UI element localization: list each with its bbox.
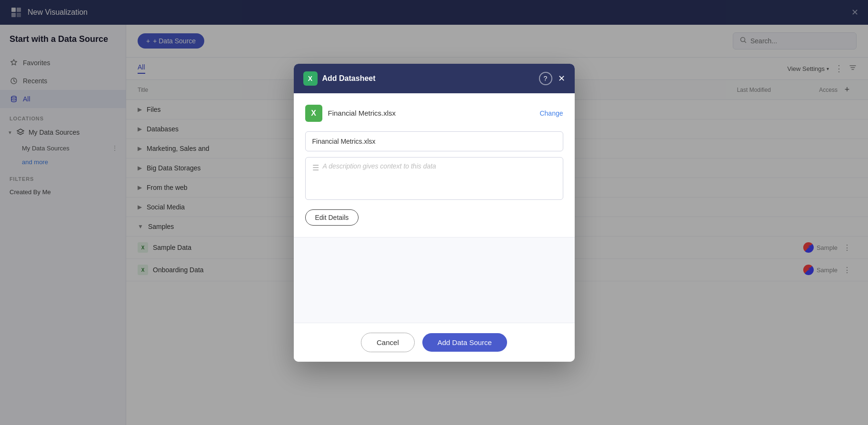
modal-spacer [294, 237, 575, 323]
modal-name-input[interactable] [305, 131, 563, 151]
modal-body: X Financial Metrics.xlsx Change ☰ A desc… [294, 93, 575, 237]
modal-description-placeholder: A description gives context to this data [323, 162, 436, 170]
text-lines-icon: ☰ [312, 163, 319, 172]
modal-file-name: Financial Metrics.xlsx [328, 109, 396, 117]
modal-excel-icon: X [303, 71, 318, 86]
modal-title: Add Datasheet [322, 74, 376, 83]
modal-close-button[interactable]: ✕ [558, 73, 565, 84]
modal-help-button[interactable]: ? [539, 72, 552, 85]
modal-description-wrapper[interactable]: ☰ A description gives context to this da… [305, 157, 563, 200]
modal-header-left: X Add Datasheet [303, 71, 376, 86]
modal-add-datasource-button[interactable]: Add Data Source [422, 333, 507, 352]
modal-file-left: X Financial Metrics.xlsx [305, 105, 396, 122]
modal-footer: Cancel Add Data Source [294, 323, 575, 362]
modal-cancel-button[interactable]: Cancel [361, 333, 415, 352]
add-datasource-modal-label: Add Data Source [438, 338, 492, 346]
edit-details-label: Edit Details [315, 214, 349, 221]
add-datasheet-modal: X Add Datasheet ? ✕ X Financial Metrics.… [294, 64, 575, 362]
modal-file-excel-icon: X [305, 105, 322, 122]
modal-overlay: X Add Datasheet ? ✕ X Financial Metrics.… [0, 0, 868, 425]
modal-edit-details-button[interactable]: Edit Details [305, 209, 359, 226]
modal-header-actions: ? ✕ [539, 72, 565, 85]
modal-file-row: X Financial Metrics.xlsx Change [305, 105, 563, 122]
modal-change-link[interactable]: Change [539, 109, 563, 117]
modal-header: X Add Datasheet ? ✕ [294, 64, 575, 93]
cancel-label: Cancel [377, 338, 399, 346]
